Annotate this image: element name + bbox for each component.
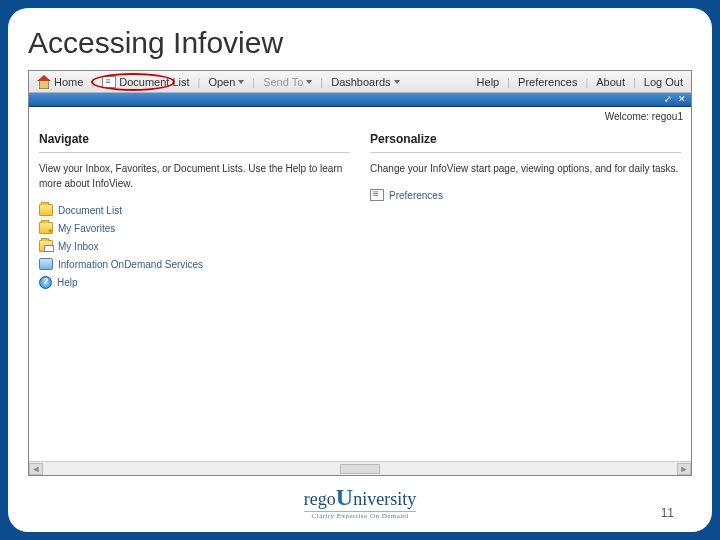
- home-button[interactable]: Home: [33, 75, 87, 89]
- open-label: Open: [208, 76, 235, 88]
- toolbar-separator: |: [585, 76, 588, 88]
- folder-icon: [39, 204, 53, 216]
- toolbar-right-group: Help | Preferences | About | Log Out: [473, 75, 687, 89]
- link-label: My Inbox: [58, 241, 99, 252]
- scroll-left-button[interactable]: ◄: [29, 463, 43, 475]
- navigate-description: View your Inbox, Favorites, or Document …: [39, 161, 350, 191]
- close-icon[interactable]: ✕: [677, 94, 687, 104]
- open-button[interactable]: Open: [204, 75, 248, 89]
- slide-title: Accessing Infoview: [28, 26, 692, 60]
- navigate-heading: Navigate: [39, 132, 350, 146]
- content-area: Navigate View your Inbox, Favorites, or …: [29, 126, 691, 461]
- welcome-user: regou1: [652, 111, 683, 122]
- document-list-button[interactable]: Document List: [98, 75, 193, 89]
- dashboards-label: Dashboards: [331, 76, 390, 88]
- preferences-icon: [370, 189, 384, 201]
- horizontal-scrollbar[interactable]: ◄ ►: [29, 461, 691, 475]
- help-icon: [39, 276, 52, 289]
- nav-info-ondemand-link[interactable]: Information OnDemand Services: [39, 255, 350, 273]
- navigate-links: Document List My Favorites My Inbox Info…: [39, 201, 350, 292]
- toolbar-separator: |: [507, 76, 510, 88]
- link-label: Information OnDemand Services: [58, 259, 203, 270]
- logout-label: Log Out: [644, 76, 683, 88]
- inbox-folder-icon: [39, 240, 53, 252]
- preferences-label: Preferences: [518, 76, 577, 88]
- about-button[interactable]: About: [592, 75, 629, 89]
- personalize-links: Preferences: [370, 186, 681, 204]
- chevron-down-icon: [238, 80, 244, 84]
- logo-tagline: Clarity Expertise On Demand: [304, 511, 416, 520]
- link-label: Document List: [58, 205, 122, 216]
- personalize-preferences-link[interactable]: Preferences: [370, 186, 681, 204]
- personalize-column: Personalize Change your InfoView start p…: [370, 132, 681, 461]
- top-toolbar: Home | Document List | Open | Send To | …: [29, 71, 691, 93]
- personalize-description: Change your InfoView start page, viewing…: [370, 161, 681, 176]
- scroll-track[interactable]: [43, 464, 677, 474]
- brand-logo: regoUniversity Clarity Expertise On Dema…: [304, 485, 416, 520]
- chevron-down-icon: [306, 80, 312, 84]
- welcome-row: Welcome: regou1: [29, 107, 691, 126]
- send-to-label: Send To: [263, 76, 303, 88]
- favorites-folder-icon: [39, 222, 53, 234]
- personalize-heading: Personalize: [370, 132, 681, 146]
- home-icon: [37, 76, 51, 88]
- expand-icon[interactable]: ⤢: [663, 94, 673, 104]
- link-label: Help: [57, 277, 78, 288]
- about-label: About: [596, 76, 625, 88]
- nav-help-link[interactable]: Help: [39, 273, 350, 292]
- divider: [370, 152, 681, 153]
- navigate-column: Navigate View your Inbox, Favorites, or …: [39, 132, 350, 461]
- slide-footer: regoUniversity Clarity Expertise On Dema…: [28, 482, 692, 522]
- toolbar-separator: |: [633, 76, 636, 88]
- slide-frame: Accessing Infoview Home | Document List …: [8, 8, 712, 532]
- scroll-right-button[interactable]: ►: [677, 463, 691, 475]
- help-button[interactable]: Help: [473, 75, 504, 89]
- chevron-down-icon: [394, 80, 400, 84]
- document-list-label: Document List: [119, 76, 189, 88]
- logo-text-a: rego: [304, 489, 336, 509]
- toolbar-separator: |: [198, 76, 201, 88]
- send-to-button[interactable]: Send To: [259, 75, 316, 89]
- nav-my-favorites-link[interactable]: My Favorites: [39, 219, 350, 237]
- logo-text-b: niversity: [353, 489, 416, 509]
- services-icon: [39, 258, 53, 270]
- home-label: Home: [54, 76, 83, 88]
- page-number: 11: [661, 506, 674, 520]
- toolbar-separator: |: [91, 76, 94, 88]
- dashboards-button[interactable]: Dashboards: [327, 75, 403, 89]
- link-label: My Favorites: [58, 223, 115, 234]
- divider: [39, 152, 350, 153]
- infoview-app: Home | Document List | Open | Send To | …: [28, 70, 692, 476]
- nav-my-inbox-link[interactable]: My Inbox: [39, 237, 350, 255]
- toolbar-separator: |: [320, 76, 323, 88]
- nav-document-list-link[interactable]: Document List: [39, 201, 350, 219]
- help-label: Help: [477, 76, 500, 88]
- document-list-icon: [102, 76, 116, 88]
- toolbar-separator: |: [252, 76, 255, 88]
- scroll-thumb[interactable]: [340, 464, 380, 474]
- logout-button[interactable]: Log Out: [640, 75, 687, 89]
- welcome-label: Welcome:: [605, 111, 649, 122]
- link-label: Preferences: [389, 190, 443, 201]
- header-bar: ⤢ ✕: [29, 93, 691, 107]
- preferences-button[interactable]: Preferences: [514, 75, 581, 89]
